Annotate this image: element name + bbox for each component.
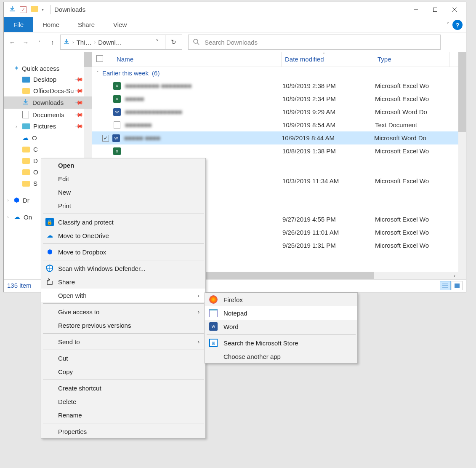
defender-icon [45,264,54,273]
cm-defender[interactable]: Scan with Windows Defender... [41,262,205,275]
cm-open-with[interactable]: Open with › [41,289,205,302]
status-items: 135 item [7,282,32,289]
cm-give-access[interactable]: Give access to › [41,305,205,318]
cm-dropbox[interactable]: ⬢ Move to Dropbox [41,245,205,259]
cm-create-shortcut[interactable]: Create shortcut [41,381,205,395]
address-dropdown-icon[interactable]: ˅ [152,38,162,46]
breadcrumb-this-pc[interactable]: Thi… [77,39,92,46]
file-row[interactable]: W■■■■■ ■■■■10/9/2019 8:44 AMMicrosoft Wo… [92,131,466,144]
cm-edit[interactable]: Edit [41,172,205,185]
separator [43,333,204,334]
folder-icon [22,169,30,175]
content-scrollbar-thumb[interactable] [458,52,466,132]
chevron-right-icon[interactable]: › [16,124,17,129]
quick-access-header[interactable]: ✦ Quick access [4,63,92,74]
address-bar[interactable]: › Thi… › Downl… ˅ [60,35,165,50]
nav-item-desktop[interactable]: Desktop 📌 [4,74,92,85]
file-date: 10/9/2019 9:29 AM [282,108,375,115]
cm-send-to[interactable]: Send to › [41,335,205,348]
tab-view[interactable]: View [104,17,136,32]
maximize-button[interactable] [425,3,445,16]
chevron-right-icon[interactable]: › [94,40,96,45]
nav-label: On [24,214,32,221]
nav-item-downloads[interactable]: Downloads 📌 [4,96,92,109]
file-row[interactable]: X10/8/2019 1:38 PMMicrosoft Excel Wo [92,144,466,158]
chevron-right-icon[interactable]: › [7,198,9,203]
sub-word[interactable]: W Word [205,320,357,333]
nav-item[interactable]: C [4,144,92,155]
cm-cut[interactable]: Cut [41,351,205,365]
cm-new[interactable]: New [41,185,205,199]
file-date: 9/26/2019 11:01 AM [282,229,375,236]
nav-item[interactable]: ☁O [4,132,92,144]
checkbox-icon[interactable]: ✓ [20,6,27,13]
nav-item-documents[interactable]: Documents 📌 [4,109,92,120]
nav-label: Pictures [33,123,56,130]
file-tab[interactable]: File [4,17,33,32]
cm-restore[interactable]: Restore previous versions [41,318,205,332]
ribbon-chevron-icon[interactable]: ˅ [447,22,449,28]
chevron-down-icon: ˅ [96,70,99,76]
svg-point-4 [194,39,198,43]
column-name[interactable]: Name [113,52,282,67]
nav-label: OfficeDocs-Su [33,87,74,94]
file-row[interactable]: X■■■■■■■■■ ■■■■■■■■10/9/2019 2:38 PMMicr… [92,79,466,92]
nav-scrollbar-thumb[interactable] [84,52,92,67]
row-checkbox[interactable] [102,135,109,142]
folder-icon [31,6,38,13]
store-icon: ⊞ [209,339,218,347]
refresh-button[interactable]: ↻ [165,35,182,50]
search-box[interactable]: Search Downloads [188,35,441,50]
file-date: 10/3/2019 11:34 AM [282,177,375,185]
file-type: Microsoft Excel Wo [375,82,429,89]
details-view-button[interactable] [440,281,451,290]
tab-share[interactable]: Share [69,17,104,32]
cm-print[interactable]: Print [41,199,205,212]
close-button[interactable] [445,3,464,16]
ribbon: File Home Share View ˅ ? [4,17,466,32]
separator [43,303,204,304]
file-row[interactable]: W■■■■■■■■■■■■■■■10/9/2019 9:29 AMMicroso… [92,105,466,118]
minimize-button[interactable] [406,3,425,16]
file-date: 9/25/2019 1:31 PM [282,242,375,249]
h-scrollbar-arrow[interactable]: › [451,272,458,279]
cm-rename[interactable]: Rename [41,408,205,422]
nav-item-pictures[interactable]: › Pictures 📌 [4,120,92,132]
tab-home[interactable]: Home [33,17,69,32]
cm-classify[interactable]: 🔒 Classify and protect [41,215,205,229]
titlebar: ✓ ▾ Downloads [4,2,466,17]
file-row[interactable]: X■■■■■10/9/2019 2:34 PMMicrosoft Excel W… [92,92,466,105]
download-icon [63,38,70,46]
cm-open[interactable]: Open [41,158,205,172]
breadcrumb-downloads[interactable]: Downl… [98,39,122,46]
recent-dropdown[interactable]: ˅ [33,36,45,48]
cm-share[interactable]: Share [41,275,205,289]
help-button[interactable]: ? [452,20,463,30]
cm-delete[interactable]: Delete [41,395,205,408]
column-date[interactable]: ˅ Date modified [282,52,374,67]
column-type[interactable]: Type [374,52,450,67]
cm-onedrive[interactable]: ☁ Move to OneDrive [41,229,205,242]
chevron-right-icon[interactable]: › [72,40,74,45]
cm-copy[interactable]: Copy [41,365,205,378]
thumbnail-view-button[interactable] [452,281,463,290]
cm-label: Give access to [58,308,99,316]
chevron-right-icon[interactable]: › [7,214,9,219]
sub-notepad[interactable]: Notepad [205,306,357,320]
back-button[interactable]: ← [6,36,18,48]
sub-choose[interactable]: Choose another app [205,350,357,363]
file-name: ■■■■■ [125,95,282,102]
sub-firefox[interactable]: Firefox [205,293,357,306]
nav-item-officedocs[interactable]: OfficeDocs-Su 📌 [4,85,92,96]
cm-properties[interactable]: Properties [41,425,205,438]
file-row[interactable]: ■■■■■■■10/9/2019 8:54 AMText Document [92,118,466,131]
qat-dropdown-icon[interactable]: ▾ [42,7,44,12]
up-button[interactable]: ↑ [47,36,59,48]
group-count: (6) [152,70,160,77]
select-all-checkbox[interactable] [96,55,113,63]
sub-store[interactable]: ⊞ Search the Microsoft Store [205,336,357,350]
word-icon: W [113,108,121,116]
forward-button[interactable]: → [20,36,32,48]
nav-label: Dr [23,197,29,204]
group-header[interactable]: ˅ Earlier this week (6) [92,67,466,79]
